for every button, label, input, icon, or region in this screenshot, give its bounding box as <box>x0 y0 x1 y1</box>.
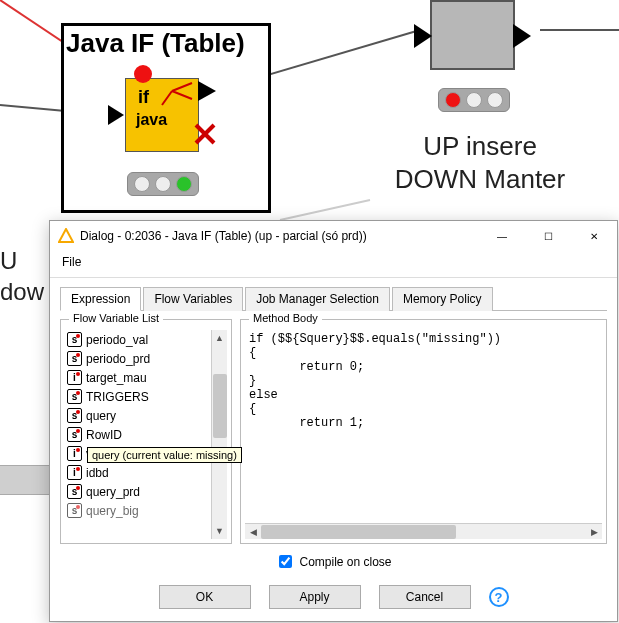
status-light-right <box>487 92 503 108</box>
trunc-line2: dow <box>0 278 44 305</box>
dialog-title: Dialog - 0:2036 - Java IF (Table) (up - … <box>80 229 479 243</box>
status-light-green <box>176 176 192 192</box>
type-int-icon: i <box>67 446 82 461</box>
flow-variable-item[interactable]: squery_prd <box>65 482 211 501</box>
scroll-left-icon[interactable]: ◀ <box>245 527 261 537</box>
fv-name: query <box>86 409 116 423</box>
flow-variable-item[interactable]: iidbd <box>65 463 211 482</box>
type-string-icon: s <box>67 389 82 404</box>
flow-variable-scroll: speriodo_val speriodo_prd itarget_mau sT… <box>65 330 227 539</box>
type-string-icon: s <box>67 427 82 442</box>
fv-name: RowID <box>86 428 122 442</box>
type-string-icon: s <box>67 484 82 499</box>
file-menu[interactable]: File <box>56 253 87 271</box>
ok-button[interactable]: OK <box>159 585 251 609</box>
port-out-icon <box>513 24 531 48</box>
fv-name: TRIGGERS <box>86 390 149 404</box>
flow-variable-item[interactable]: sRowID <box>65 425 211 444</box>
tab-flow-variables[interactable]: Flow Variables <box>143 287 243 311</box>
flow-variable-item[interactable]: speriodo_val <box>65 330 211 349</box>
tab-job-manager[interactable]: Job Manager Selection <box>245 287 390 311</box>
flow-variable-item[interactable]: sTRIGGERS <box>65 387 211 406</box>
trunc-line1: U <box>0 247 17 274</box>
compile-on-close-checkbox[interactable]: Compile on close <box>275 552 391 571</box>
svg-marker-6 <box>198 81 216 101</box>
scroll-track[interactable] <box>261 524 586 539</box>
fv-name: idbd <box>86 466 109 480</box>
port-in-icon <box>414 24 432 48</box>
status-light-mid <box>466 92 482 108</box>
window-buttons: — ☐ ✕ <box>479 221 617 251</box>
scroll-up-icon[interactable]: ▲ <box>215 330 224 346</box>
svg-marker-9 <box>59 229 73 242</box>
gray-node-label: UP insere DOWN Manter <box>370 130 590 195</box>
dialog-button-row: OK Apply Cancel ? <box>60 571 607 621</box>
fv-name: periodo_val <box>86 333 148 347</box>
fv-name: query_big <box>86 504 139 518</box>
scroll-thumb[interactable] <box>213 374 227 438</box>
flow-variable-item[interactable]: speriodo_prd <box>65 349 211 368</box>
type-string-icon: s <box>67 503 82 518</box>
scroll-down-icon[interactable]: ▼ <box>215 523 224 539</box>
fv-name: target_mau <box>86 371 147 385</box>
help-icon[interactable]: ? <box>489 587 509 607</box>
minimize-button[interactable]: — <box>479 221 525 251</box>
javaif-port-out2-x-icon <box>194 123 218 147</box>
cancel-button[interactable]: Cancel <box>379 585 471 609</box>
flow-variable-items[interactable]: speriodo_val speriodo_prd itarget_mau sT… <box>65 330 211 539</box>
knime-triangle-icon <box>58 228 74 244</box>
dialog-body: Expression Flow Variables Job Manager Se… <box>50 277 617 621</box>
close-button[interactable]: ✕ <box>571 221 617 251</box>
truncated-left-label: U dow <box>0 245 44 307</box>
scroll-thumb[interactable] <box>261 525 456 539</box>
scroll-track[interactable] <box>212 346 227 523</box>
javaif-status-lights <box>127 172 199 196</box>
gray-node-label-line1: UP insere <box>423 131 537 161</box>
code-textarea[interactable]: if ($${Squery}$$.equals("missing")) { re… <box>245 330 602 523</box>
tab-bar: Expression Flow Variables Job Manager Se… <box>60 286 607 311</box>
javaif-node-title: Java IF (Table) <box>66 28 245 59</box>
maximize-button[interactable]: ☐ <box>525 221 571 251</box>
scroll-right-icon[interactable]: ▶ <box>586 527 602 537</box>
javaif-node-icon[interactable]: if java <box>125 78 199 152</box>
fv-vertical-scrollbar[interactable]: ▲ ▼ <box>211 330 227 539</box>
tab-memory-policy[interactable]: Memory Policy <box>392 287 493 311</box>
type-string-icon: s <box>67 351 82 366</box>
apply-button[interactable]: Apply <box>269 585 361 609</box>
flow-variable-list-box: Flow Variable List speriodo_val speriodo… <box>60 319 232 544</box>
flow-variable-item[interactable]: itarget_mau <box>65 368 211 387</box>
javaif-port-in-icon <box>108 105 126 129</box>
expression-panel: Flow Variable List speriodo_val speriodo… <box>60 311 607 544</box>
method-body-box: Method Body if ($${Squery}$$.equals("mis… <box>240 319 607 544</box>
compile-label: Compile on close <box>299 555 391 569</box>
flow-variable-list-legend: Flow Variable List <box>69 312 163 324</box>
tab-expression[interactable]: Expression <box>60 287 141 311</box>
javaif-port-out1-icon <box>198 81 218 105</box>
type-int-icon: i <box>67 465 82 480</box>
method-body-legend: Method Body <box>249 312 322 324</box>
type-string-icon: s <box>67 332 82 347</box>
canvas-footer-strip <box>0 465 50 495</box>
status-light-red <box>445 92 461 108</box>
flow-variable-item[interactable]: squery_big <box>65 501 211 520</box>
svg-marker-5 <box>108 105 124 125</box>
javaif-branch-icon <box>126 79 200 153</box>
flowvar-port-icon <box>134 65 152 83</box>
svg-line-3 <box>280 200 370 220</box>
type-string-icon: s <box>67 408 82 423</box>
gray-node-status-lights <box>438 88 510 112</box>
gray-metanode[interactable] <box>430 0 515 70</box>
node-dialog: Dialog - 0:2036 - Java IF (Table) (up - … <box>49 220 618 622</box>
fv-name: query_prd <box>86 485 140 499</box>
gray-node-label-line2: DOWN Manter <box>395 164 565 194</box>
code-horizontal-scrollbar[interactable]: ◀ ▶ <box>245 523 602 539</box>
fv-tooltip: query (current value: missing) <box>87 447 242 463</box>
fv-name: periodo_prd <box>86 352 150 366</box>
status-light-left <box>134 176 150 192</box>
flow-variable-item[interactable]: squery <box>65 406 211 425</box>
status-light-mid2 <box>155 176 171 192</box>
type-int-icon: i <box>67 370 82 385</box>
dialog-menubar: File <box>50 251 617 277</box>
compile-checkbox-input[interactable] <box>279 555 292 568</box>
dialog-titlebar[interactable]: Dialog - 0:2036 - Java IF (Table) (up - … <box>50 221 617 251</box>
